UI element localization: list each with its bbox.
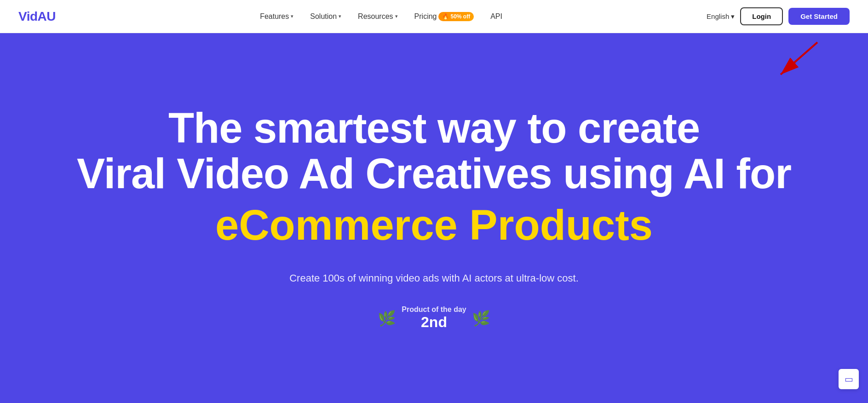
nav-label-pricing: Pricing [414,12,437,21]
svg-line-1 [781,42,817,75]
nav-item-features[interactable]: Features ▾ [260,12,293,21]
login-button[interactable]: Login [740,7,783,25]
logo[interactable]: VidAU [18,9,56,24]
fire-icon: 🔥 [442,13,449,20]
discount-badge: 🔥 50% off [438,12,474,21]
product-of-day: Product of the day 2nd [402,305,466,331]
language-label: English [707,12,729,20]
hero-title-line2: Viral Video Ad Creatives using AI for [77,150,791,197]
annotation-arrow [767,38,822,84]
chevron-down-icon: ▾ [291,13,293,19]
laurel-right-icon: 🌿 [472,310,490,327]
chevron-down-icon: ▾ [731,12,735,21]
nav-label-api: API [490,12,502,21]
get-started-button[interactable]: Get Started [788,8,850,25]
nav-actions: English ▾ Login Get Started [707,7,850,25]
chat-icon: ▭ [845,374,853,385]
nav-item-solution[interactable]: Solution ▾ [310,12,341,21]
hero-title-line1: The smartest way to create [168,104,700,151]
nav-label-solution: Solution [310,12,337,21]
product-badge: 🌿 Product of the day 2nd 🌿 [378,305,490,331]
nav-item-api[interactable]: API [490,12,502,21]
product-rank: 2nd [402,314,466,331]
nav-item-resources[interactable]: Resources ▾ [358,12,397,21]
laurel-left-icon: 🌿 [378,310,396,327]
nav-label-resources: Resources [358,12,393,21]
chat-widget[interactable]: ▭ [839,369,859,389]
product-of-day-label: Product of the day [402,305,466,314]
hero-highlight: eCommerce Products [215,201,653,249]
nav-label-features: Features [260,12,289,21]
nav-item-pricing[interactable]: Pricing 🔥 50% off [414,12,474,21]
nav-links: Features ▾ Solution ▾ Resources ▾ Pricin… [260,12,502,21]
navbar: VidAU Features ▾ Solution ▾ Resources ▾ … [0,0,868,33]
chevron-down-icon: ▾ [395,13,398,19]
language-selector[interactable]: English ▾ [707,12,735,21]
chevron-down-icon: ▾ [339,13,341,19]
hero-subtitle: Create 100s of winning video ads with AI… [289,272,579,284]
hero-section: The smartest way to create Viral Video A… [0,33,868,403]
hero-title: The smartest way to create Viral Video A… [77,105,791,197]
